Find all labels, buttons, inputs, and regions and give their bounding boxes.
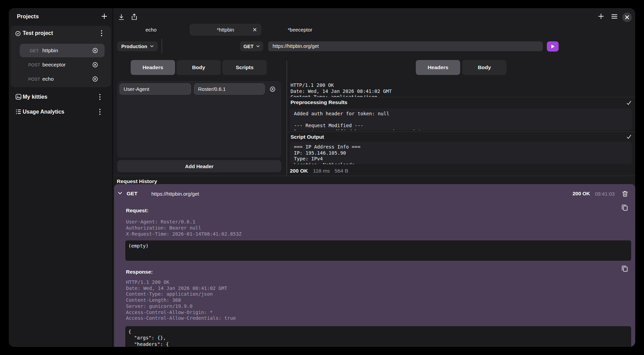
- response-body-text: { "args": {}, "headers": {: [128, 329, 169, 347]
- request-name: echo: [42, 76, 54, 82]
- check-circle-icon: [15, 31, 21, 36]
- request-tab-headers[interactable]: Headers: [131, 60, 175, 75]
- check-icon: [626, 100, 631, 105]
- project-menu-button[interactable]: [99, 29, 105, 38]
- history-request-body: (empty): [125, 240, 631, 261]
- history-response-body: { "args": {}, "headers": {: [125, 326, 631, 347]
- status-code: 200 OK: [290, 168, 308, 174]
- history-status: 200 OK: [573, 191, 590, 196]
- trash-icon[interactable]: [622, 191, 628, 197]
- sidebar-request-echo[interactable]: POST echo: [20, 72, 105, 86]
- history-method: GET: [127, 191, 137, 197]
- method-label: GET: [243, 44, 254, 49]
- delete-request-icon[interactable]: [92, 48, 98, 53]
- tab-label: *httpbin: [217, 27, 234, 33]
- request-tab-scripts[interactable]: Scripts: [222, 60, 267, 75]
- response-tab-headers[interactable]: Headers: [416, 60, 460, 75]
- history-divider: [113, 176, 635, 176]
- import-button[interactable]: [118, 14, 125, 20]
- script-output-text: === IP Address Info === IP: 195.146.105.…: [294, 144, 360, 164]
- add-header-button[interactable]: Add Header: [117, 160, 281, 172]
- close-window-button[interactable]: [622, 13, 632, 22]
- section-divider: [286, 97, 635, 97]
- delete-request-icon[interactable]: [92, 62, 98, 67]
- projects-title: Projects: [17, 14, 39, 20]
- delete-request-icon[interactable]: [92, 76, 98, 82]
- url-input[interactable]: https://httpbin.org/get: [268, 41, 543, 51]
- headers-editor-panel: User-Agent Roster/0.6.1: [117, 81, 281, 158]
- history-response-headers: HTTP/1.1 200 OK Date: Wed, 14 Jan 2026 0…: [126, 279, 236, 321]
- copy-icon[interactable]: [621, 204, 628, 211]
- my-kitties-menu-button[interactable]: [97, 93, 103, 101]
- plus-icon: [101, 13, 108, 20]
- request-method-badge: GET: [27, 48, 41, 53]
- image-icon: [16, 94, 21, 100]
- method-select[interactable]: GET: [240, 41, 263, 51]
- environment-select[interactable]: Production: [117, 41, 158, 51]
- close-icon: [622, 13, 632, 22]
- chevron-down-icon[interactable]: [118, 191, 122, 195]
- chevron-down-icon: [150, 45, 154, 47]
- chevron-down-icon: [256, 45, 260, 47]
- tab-label: Scripts: [236, 64, 254, 71]
- request-bar-divider: [162, 39, 162, 54]
- request-section-label: Request:: [126, 208, 148, 214]
- response-headers-text: HTTP/1.1 200 OK Date: Wed, 14 Jan 2026 0…: [291, 82, 392, 97]
- close-tab-icon[interactable]: [253, 28, 257, 32]
- response-section-label: Response:: [126, 269, 153, 275]
- project-name[interactable]: Test project: [23, 30, 53, 36]
- preprocessing-output[interactable]: Added auth header for token: null --- Re…: [290, 109, 632, 130]
- script-output-title: Script Output: [291, 134, 324, 140]
- check-icon: [626, 134, 631, 139]
- response-status-row: 200 OK118 ms564 B: [290, 168, 353, 174]
- main-area: echo *httpbin *beeceptor Production GET …: [113, 8, 635, 347]
- tab-beeceptor[interactable]: *beeceptor: [263, 24, 337, 36]
- tab-echo[interactable]: echo: [114, 24, 188, 36]
- preprocessing-text: Added auth header for token: null --- Re…: [294, 111, 421, 130]
- request-name: beeceptor: [42, 62, 66, 68]
- history-entry: GET https://httpbin.org/get 200 OK 09:41…: [114, 184, 635, 347]
- history-time: 09:41:03: [595, 191, 615, 197]
- tab-label: echo: [146, 27, 157, 33]
- script-output-box[interactable]: === IP Address Info === IP: 195.146.105.…: [290, 142, 632, 164]
- send-request-button[interactable]: [547, 41, 559, 52]
- export-share-button[interactable]: [131, 13, 137, 20]
- play-icon: [551, 44, 555, 49]
- usage-analytics-menu-button[interactable]: [97, 107, 103, 116]
- history-request-headers: User-Agent: Roster/0.6.1 Authorization: …: [126, 219, 242, 237]
- menu-button[interactable]: [611, 14, 617, 19]
- environment-label: Production: [121, 44, 147, 49]
- list-icon: [16, 109, 21, 115]
- request-method-badge: POST: [27, 77, 41, 82]
- sidebar-request-httpbin[interactable]: GET httpbin: [20, 44, 105, 57]
- status-size: 564 B: [335, 168, 348, 174]
- tab-label: Headers: [143, 64, 163, 71]
- request-method-badge: POST: [27, 63, 41, 67]
- add-project-button[interactable]: [101, 13, 108, 20]
- tab-label: Headers: [428, 64, 448, 71]
- section-divider: [286, 132, 635, 132]
- history-url: https://httpbin.org/get: [151, 191, 199, 197]
- response-headers-view[interactable]: HTTP/1.1 200 OK Date: Wed, 14 Jan 2026 0…: [286, 78, 632, 97]
- header-value-input[interactable]: Roster/0.6.1: [194, 83, 265, 95]
- status-time: 118 ms: [313, 168, 330, 174]
- sidebar: Projects Test project GET httpbin POST b…: [9, 8, 112, 347]
- project-group: Test project GET httpbin POST beeceptor …: [10, 26, 111, 87]
- tab-label: Body: [192, 64, 205, 71]
- request-body-text: (empty): [128, 243, 149, 249]
- request-tab-body[interactable]: Body: [176, 60, 221, 75]
- sidebar-item-label: My kitties: [23, 94, 47, 100]
- sidebar-item-label: Usage Analytics: [23, 109, 64, 115]
- new-tab-button[interactable]: [598, 13, 604, 19]
- app-window: Projects Test project GET httpbin POST b…: [9, 8, 635, 347]
- remove-header-icon[interactable]: [270, 86, 275, 92]
- preprocessing-title: Preprocessing Results: [291, 99, 347, 105]
- sidebar-request-beeceptor[interactable]: POST beeceptor: [20, 58, 105, 72]
- history-title: Request History: [117, 178, 157, 184]
- tab-label: *beeceptor: [288, 27, 313, 33]
- copy-icon[interactable]: [621, 265, 628, 272]
- tab-httpbin[interactable]: *httpbin: [190, 24, 261, 36]
- response-tab-body[interactable]: Body: [462, 60, 507, 75]
- request-name: httpbin: [42, 47, 58, 54]
- header-key-input[interactable]: User-Agent: [120, 83, 191, 95]
